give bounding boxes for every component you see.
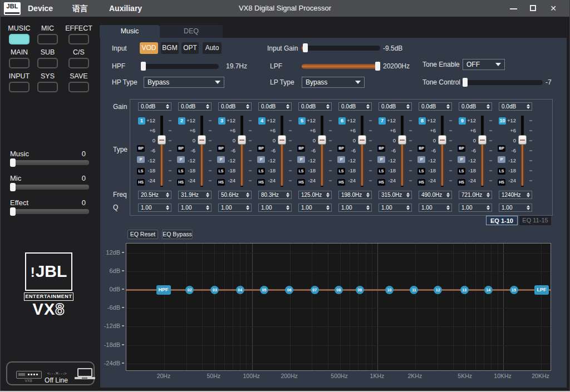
spinner-up-icon[interactable]	[206, 192, 209, 195]
eq-marker-04[interactable]: 04	[236, 286, 244, 294]
filter-type-p-button-10[interactable]: P	[498, 156, 505, 163]
input-gain-slider-handle[interactable]	[303, 43, 308, 52]
spinner-down-icon[interactable]	[166, 208, 169, 210]
input-option-auto[interactable]: Auto	[203, 42, 222, 54]
filter-type-p-button-6[interactable]: P	[337, 156, 345, 163]
mixer-slider-effect[interactable]	[10, 209, 89, 214]
spinner-down-icon[interactable]	[286, 208, 289, 210]
tone-control-slider[interactable]	[461, 80, 543, 85]
eq-gain-spinner-9[interactable]: 0.0dB	[459, 102, 492, 111]
spinner-up-icon[interactable]	[366, 205, 370, 207]
spinner-down-icon[interactable]	[206, 107, 209, 109]
eq-marker-07[interactable]: 07	[311, 286, 319, 294]
tab-deq[interactable]: DEQ	[160, 25, 223, 38]
nav-button-cs[interactable]	[68, 58, 89, 68]
spinner-down-icon[interactable]	[366, 208, 370, 210]
nav-button-effect[interactable]	[68, 34, 89, 44]
mixer-slider-handle-music[interactable]	[10, 158, 16, 167]
spinner-up-icon[interactable]	[286, 205, 289, 207]
eq-freq-spinner-6[interactable]: 198.0Hz	[338, 191, 372, 199]
eq-freq-spinner-5[interactable]: 125.0Hz	[298, 191, 332, 199]
spinner-up-icon[interactable]	[246, 205, 249, 207]
input-option-bgm[interactable]: BGM	[161, 42, 179, 54]
input-gain-slider[interactable]	[302, 46, 380, 51]
hpf-slider[interactable]	[141, 64, 219, 69]
eq-response-plot[interactable]: HPF0203040506070809101112131415LPF	[126, 243, 551, 371]
filter-type-p-button-7[interactable]: P	[377, 156, 385, 163]
spinner-down-icon[interactable]	[326, 195, 330, 197]
filter-type-ls-button-1[interactable]: LS	[137, 168, 145, 175]
spinner-up-icon[interactable]	[487, 192, 490, 195]
spinner-up-icon[interactable]	[206, 205, 209, 207]
eq-gain-spinner-3[interactable]: 0.0dB	[218, 102, 252, 111]
filter-type-hs-button-10[interactable]: HS	[498, 179, 505, 186]
eq-freq-spinner-9[interactable]: 721.0Hz	[459, 191, 492, 199]
hpf-slider-handle[interactable]	[141, 62, 146, 71]
tone-control-slider-handle[interactable]	[463, 78, 468, 87]
spinner-down-icon[interactable]	[206, 208, 209, 210]
eq-band-slider-handle-10[interactable]	[518, 135, 527, 145]
spinner-up-icon[interactable]	[487, 104, 490, 106]
eq-freq-spinner-4[interactable]: 80.3Hz	[258, 191, 292, 199]
nav-button-save[interactable]	[68, 82, 89, 92]
spinner-down-icon[interactable]	[487, 208, 490, 210]
eq-marker-14[interactable]: 14	[484, 286, 493, 294]
eq-gain-spinner-4[interactable]: 0.0dB	[258, 102, 292, 111]
eq-band-slider-track-1[interactable]	[160, 115, 164, 187]
filter-type-p-button-8[interactable]: P	[417, 156, 425, 163]
filter-type-p-button-4[interactable]: P	[257, 156, 265, 163]
filter-type-hs-button-7[interactable]: HS	[377, 179, 385, 186]
eq-q-spinner-8[interactable]: 1.00	[419, 204, 452, 212]
eq-band-slider-handle-9[interactable]	[478, 135, 487, 145]
spinner-up-icon[interactable]	[246, 104, 249, 106]
filter-type-bp-button-5[interactable]: BP	[297, 145, 305, 152]
spinner-up-icon[interactable]	[527, 192, 530, 195]
filter-type-hs-button-2[interactable]: HS	[177, 179, 185, 186]
eq-band-slider-track-7[interactable]	[400, 115, 404, 187]
eq-freq-spinner-1[interactable]: 20.5Hz	[138, 191, 171, 199]
filter-type-bp-button-9[interactable]: BP	[458, 145, 465, 152]
filter-type-ls-button-5[interactable]: LS	[297, 168, 305, 175]
input-option-opt[interactable]: OPT	[181, 42, 199, 54]
spinner-down-icon[interactable]	[406, 195, 410, 197]
spinner-up-icon[interactable]	[487, 205, 490, 207]
eq-freq-spinner-2[interactable]: 31.9Hz	[178, 191, 212, 199]
eq-marker-11[interactable]: 11	[410, 286, 418, 294]
hp-type-select[interactable]: Bypass	[144, 77, 224, 88]
spinner-up-icon[interactable]	[406, 192, 410, 195]
eq-band-slider-track-8[interactable]	[440, 115, 444, 187]
spinner-down-icon[interactable]	[246, 107, 249, 109]
spinner-up-icon[interactable]	[406, 104, 410, 106]
filter-type-bp-button-2[interactable]: BP	[177, 145, 185, 152]
mixer-slider-handle-effect[interactable]	[10, 207, 16, 216]
eq-band-slider-handle-8[interactable]	[438, 135, 446, 145]
spinner-down-icon[interactable]	[286, 107, 289, 109]
eq-q-spinner-2[interactable]: 1.00	[178, 204, 212, 212]
filter-type-bp-button-3[interactable]: BP	[217, 145, 225, 152]
close-button[interactable]: ✕	[548, 0, 559, 17]
eq-range-tab-1-10[interactable]: EQ 1-10	[486, 216, 518, 225]
spinner-up-icon[interactable]	[527, 104, 530, 106]
eq-band-slider-handle-4[interactable]	[278, 135, 286, 145]
spinner-down-icon[interactable]	[487, 195, 490, 197]
filter-type-ls-button-6[interactable]: LS	[337, 168, 345, 175]
eq-marker-10[interactable]: 10	[385, 286, 394, 294]
filter-type-bp-button-8[interactable]: BP	[417, 145, 425, 152]
eq-band-slider-handle-6[interactable]	[358, 135, 366, 145]
spinner-down-icon[interactable]	[366, 195, 370, 197]
spinner-down-icon[interactable]	[246, 208, 249, 210]
spinner-up-icon[interactable]	[326, 205, 330, 207]
spinner-down-icon[interactable]	[326, 107, 330, 109]
eq-gain-spinner-5[interactable]: 0.0dB	[298, 102, 332, 111]
spinner-up-icon[interactable]	[326, 104, 330, 106]
spinner-up-icon[interactable]	[286, 192, 289, 195]
nav-button-sub[interactable]	[37, 58, 58, 68]
eq-q-spinner-10[interactable]: 1.00	[499, 204, 532, 212]
eq-marker-09[interactable]: 09	[356, 286, 364, 294]
eq-q-spinner-1[interactable]: 1.00	[138, 204, 171, 212]
eq-freq-spinner-8[interactable]: 490.0Hz	[419, 191, 452, 199]
eq-band-slider-handle-5[interactable]	[318, 135, 326, 145]
minimize-button[interactable]	[508, 0, 519, 17]
maximize-button[interactable]	[528, 0, 539, 17]
tab-music[interactable]: Music	[100, 25, 160, 38]
